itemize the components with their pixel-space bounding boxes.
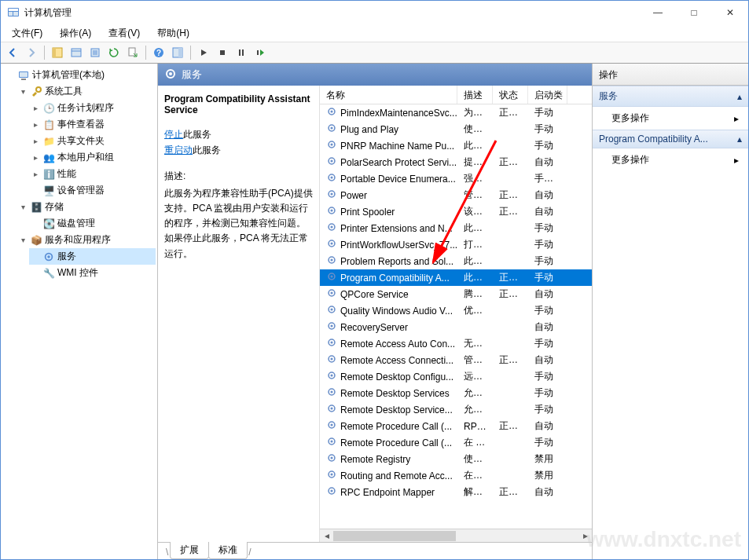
service-desc-cell: 使计... [457, 123, 493, 136]
expander-icon[interactable] [6, 71, 15, 80]
service-row[interactable]: Remote Desktop Service...允许...手动 [320, 401, 592, 418]
service-row[interactable]: PrintWorkflowUserSvc_77...打印...手动 [320, 236, 592, 253]
svg-point-64 [330, 390, 332, 393]
expander-icon[interactable]: ▸ [31, 153, 40, 163]
expander-icon[interactable]: ▸ [31, 120, 40, 130]
service-name: QPCore Service [340, 289, 409, 300]
tree-wmi[interactable]: 🔧WMI 控件 [29, 265, 156, 281]
service-startup-cell: 手动 [528, 106, 567, 119]
tree-root[interactable]: 计算机管理(本地) [4, 67, 156, 83]
export-list-button[interactable] [124, 44, 141, 61]
service-name-cell: Plug and Play [320, 123, 457, 136]
service-row[interactable]: PimIndexMaintenanceSvc...为联...正在...手动 [320, 104, 592, 121]
service-startup-cell: 手动 [528, 123, 567, 136]
minimize-button[interactable]: — [640, 1, 676, 24]
expander-icon[interactable]: ▾ [18, 203, 28, 212]
restart-service-button[interactable] [252, 44, 269, 61]
tab-standard[interactable]: 标准 [208, 542, 248, 559]
service-row[interactable]: Power管理...正在...自动 [320, 187, 592, 203]
scroll-left-arrow[interactable]: ◂ [320, 529, 333, 543]
service-row[interactable]: Print Spooler该服...正在...自动 [320, 203, 592, 220]
maximize-button[interactable]: □ [676, 1, 712, 24]
expander-icon[interactable]: ▸ [31, 104, 40, 113]
expander-icon[interactable]: ▾ [18, 236, 28, 245]
service-desc-cell: 此服... [457, 254, 493, 268]
service-row[interactable]: RPC Endpoint Mapper解析 ...正在...自动 [320, 484, 592, 500]
tree-local-users[interactable]: ▸👥本地用户和组 [29, 149, 156, 166]
restart-service-link[interactable]: 重启动 [164, 145, 193, 156]
column-startup[interactable]: 启动类 [528, 86, 567, 104]
scroll-thumb[interactable] [333, 531, 456, 541]
tree-disk-management[interactable]: 💽磁盘管理 [29, 215, 156, 232]
computer-icon [17, 69, 30, 82]
tree-task-scheduler[interactable]: ▸🕒任务计划程序 [29, 100, 156, 116]
svg-point-52 [330, 291, 332, 294]
service-row[interactable]: PNRP Machine Name Pu...此服...手动 [320, 137, 592, 154]
service-row[interactable]: Printer Extensions and N...此服...手动 [320, 220, 592, 236]
expander-icon[interactable]: ▾ [18, 87, 28, 97]
service-row[interactable]: PolarSearch Protect Servi...提供...正在...自动 [320, 154, 592, 170]
service-row[interactable]: Plug and Play使计...手动 [320, 121, 592, 137]
refresh-button[interactable] [105, 44, 123, 61]
tab-extended[interactable]: 扩展 [170, 542, 209, 559]
service-row[interactable]: Problem Reports and Sol...此服...手动 [320, 253, 592, 269]
tree-storage[interactable]: ▾ 🗄️ 存储 [17, 199, 156, 215]
actions-more-2[interactable]: 更多操作 ▸ [593, 148, 748, 171]
close-button[interactable]: ✕ [712, 1, 748, 24]
actions-group-selected[interactable]: Program Compatibility A... ▴ [593, 130, 748, 148]
tree-shared-folders[interactable]: ▸📁共享文件夹 [29, 133, 156, 149]
service-row[interactable]: RecoveryServer自动 [320, 319, 592, 335]
service-row[interactable]: Remote Access Connecti...管理...正在...自动 [320, 352, 592, 368]
service-row[interactable]: Remote Desktop Configu...远程...手动 [320, 368, 592, 385]
service-row[interactable]: Remote Procedure Call (...在 W...手动 [320, 434, 592, 451]
expander-icon[interactable]: ▸ [31, 170, 40, 179]
actions-group-services[interactable]: 服务 ▴ [593, 86, 748, 107]
stop-service-button[interactable] [214, 44, 231, 61]
column-description[interactable]: 描述 [457, 86, 493, 104]
menu-action[interactable]: 操作(A) [55, 25, 96, 42]
expander-icon[interactable]: ▸ [31, 137, 40, 146]
column-name[interactable]: 名称 [320, 86, 457, 104]
help-button[interactable]: ? [150, 44, 167, 61]
service-name-cell: Problem Reports and Sol... [320, 254, 457, 268]
service-row[interactable]: Quality Windows Audio V...优质 ...手动 [320, 302, 592, 319]
service-row[interactable]: Program Compatibility A...此服...正在...手动 [320, 269, 592, 286]
service-row[interactable]: Remote Registry使远...禁用 [320, 451, 592, 467]
tree-services-apps[interactable]: ▾ 📦 服务和应用程序 [17, 232, 156, 248]
action-pane-button[interactable] [169, 44, 186, 61]
menu-help[interactable]: 帮助(H) [152, 25, 194, 42]
column-status[interactable]: 状态 [493, 86, 528, 104]
storage-icon: 🗄️ [30, 201, 42, 214]
nav-back-button[interactable] [4, 44, 21, 61]
scroll-right-arrow[interactable]: ▸ [578, 529, 592, 543]
start-service-button[interactable] [195, 44, 212, 61]
tree-device-manager[interactable]: 🖥️设备管理器 [29, 182, 156, 199]
tree-performance[interactable]: ▸ℹ️性能 [29, 166, 156, 182]
export-button[interactable] [86, 44, 104, 61]
tree-system-tools[interactable]: ▾ 系统工具 [17, 83, 156, 100]
collapse-icon: ▴ [737, 134, 742, 145]
gear-icon [326, 172, 337, 185]
menu-file[interactable]: 文件(F) [7, 25, 47, 42]
pause-service-button[interactable] [233, 44, 250, 61]
menu-view[interactable]: 查看(V) [104, 25, 145, 42]
scroll-track[interactable] [333, 529, 578, 543]
svg-point-48 [330, 258, 332, 261]
tree-event-viewer[interactable]: ▸📋事件查看器 [29, 116, 156, 133]
service-row[interactable]: Routing and Remote Acc...在局...禁用 [320, 467, 592, 484]
show-hide-tree-button[interactable] [49, 44, 66, 61]
stop-service-link[interactable]: 停止 [164, 129, 183, 140]
service-row[interactable]: Remote Procedure Call (...RPC...正在...自动 [320, 418, 592, 434]
svg-point-76 [330, 489, 332, 492]
properties-button[interactable] [68, 44, 85, 61]
service-row[interactable]: Portable Device Enumera...强制...手动(触 [320, 170, 592, 187]
actions-more-1[interactable]: 更多操作 ▸ [593, 107, 748, 130]
list-body[interactable]: PimIndexMaintenanceSvc...为联...正在...手动Plu… [320, 104, 592, 529]
tree-services[interactable]: 服务 [29, 248, 156, 265]
service-row[interactable]: Remote Access Auto Con...无论...手动 [320, 335, 592, 352]
horizontal-scrollbar[interactable]: ◂ ▸ [320, 529, 592, 542]
nav-forward-button[interactable] [23, 44, 40, 61]
service-row[interactable]: QPCore Service腾讯...正在...自动 [320, 286, 592, 302]
service-row[interactable]: Remote Desktop Services允许...手动 [320, 385, 592, 401]
service-status-cell: 正在... [493, 106, 528, 119]
